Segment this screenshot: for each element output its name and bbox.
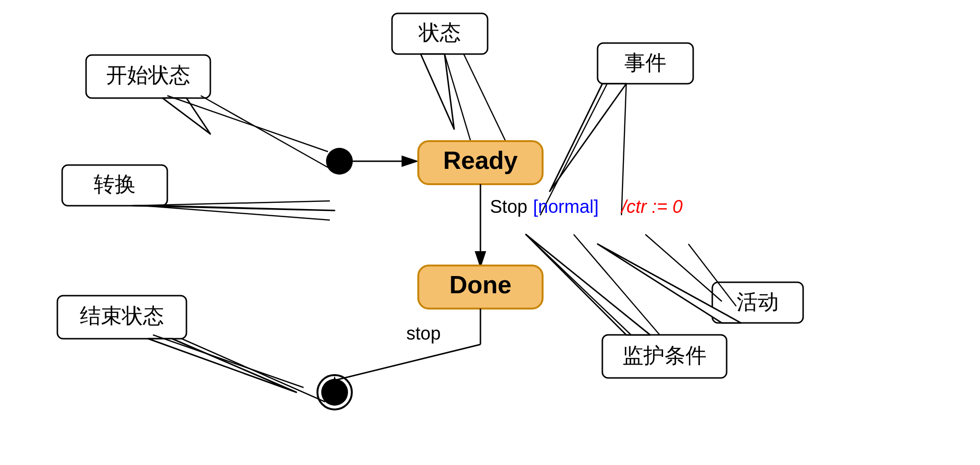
svg-line-12 — [621, 84, 626, 215]
done-state-label: Done — [449, 271, 512, 299]
callout-huodong: 活动 — [598, 244, 803, 323]
label-zhuangtai: 状态 — [418, 21, 461, 44]
svg-line-10 — [464, 54, 507, 144]
transition-event: Stop — [490, 197, 527, 217]
label-jieshu-zhuangtai: 结束状态 — [80, 304, 164, 327]
ready-state-label: Ready — [443, 146, 518, 174]
svg-line-15 — [153, 335, 304, 388]
callout-jieshu-zhuangtai: 结束状态 — [57, 296, 296, 392]
transition-guard: [normal] — [533, 197, 599, 217]
svg-line-16 — [182, 339, 325, 402]
label-kaishi-zhuangtai: 开始状态 — [106, 63, 190, 87]
label-shijian: 事件 — [624, 51, 666, 74]
transition-action: /ctr := 0 — [620, 197, 683, 217]
svg-line-25 — [335, 344, 480, 380]
label-huodong: 活动 — [737, 290, 779, 313]
svg-line-8 — [201, 96, 328, 167]
initial-node — [326, 148, 353, 175]
stop-label: stop — [406, 323, 441, 343]
label-zhuanhuan: 转换 — [94, 172, 136, 196]
final-node-outer — [321, 379, 348, 406]
svg-line-7 — [167, 96, 328, 152]
svg-line-11 — [540, 84, 607, 215]
callout-shijian: 事件 — [550, 43, 693, 191]
label-jianhutiaojian: 监护条件 — [622, 343, 707, 367]
callout-zhuangtai: 状态 — [392, 13, 488, 129]
callout-kaishi-zhuangtai: 开始状态 — [86, 55, 210, 134]
diagram-container: 开始状态 状态 事件 转换 结束状态 — [0, 0, 980, 465]
